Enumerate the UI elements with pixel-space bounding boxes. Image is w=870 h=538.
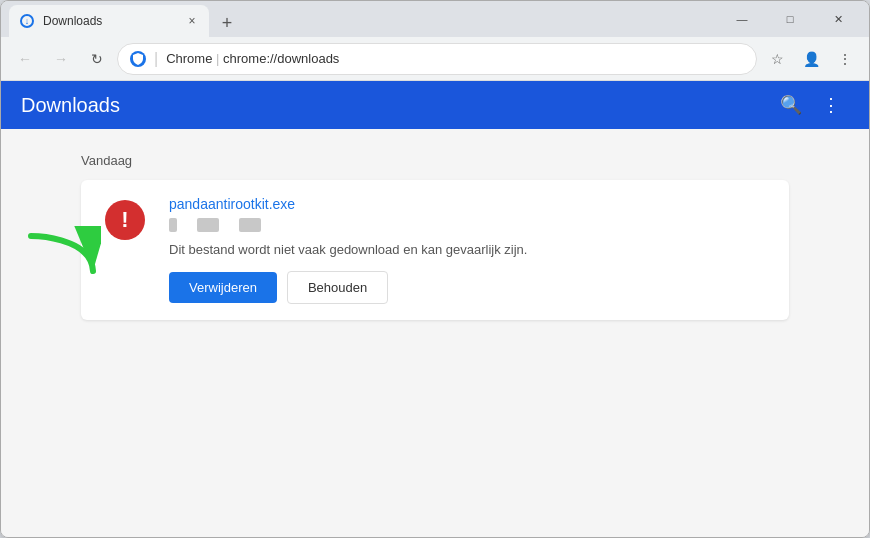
- new-tab-button[interactable]: +: [213, 9, 241, 37]
- chrome-menu-button[interactable]: ⋮: [829, 43, 861, 75]
- title-bar: Downloads × + — □ ✕: [1, 1, 869, 37]
- tabs-area: Downloads × +: [9, 1, 711, 37]
- download-warning-icon-area: !: [101, 196, 149, 244]
- meta-block-2: [197, 218, 219, 232]
- address-bar[interactable]: | Chrome | chrome://downloads: [117, 43, 757, 75]
- maximize-button[interactable]: □: [767, 1, 813, 37]
- account-button[interactable]: 👤: [795, 43, 827, 75]
- tab-title: Downloads: [43, 14, 175, 28]
- address-origin: Chrome | chrome://downloads: [166, 51, 744, 66]
- tab-close-button[interactable]: ×: [183, 12, 201, 30]
- download-filename[interactable]: pandaantirootkit.exe: [169, 196, 769, 212]
- download-meta: [169, 218, 769, 232]
- meta-block-1: [169, 218, 177, 232]
- back-button[interactable]: ←: [9, 43, 41, 75]
- refresh-button[interactable]: ↻: [81, 43, 113, 75]
- nav-right-actions: ☆ 👤 ⋮: [761, 43, 861, 75]
- page-header-actions: 🔍 ⋮: [773, 87, 849, 123]
- window-controls: — □ ✕: [719, 1, 861, 37]
- close-button[interactable]: ✕: [815, 1, 861, 37]
- section-today-label: Vandaag: [81, 153, 789, 168]
- page-title: Downloads: [21, 94, 120, 117]
- keep-button[interactable]: Behouden: [287, 271, 388, 304]
- page-menu-button[interactable]: ⋮: [813, 87, 849, 123]
- search-button[interactable]: 🔍: [773, 87, 809, 123]
- download-card: ! pandaantirootkit.exe Dit bestand wordt…: [81, 180, 789, 320]
- remove-button[interactable]: Verwijderen: [169, 272, 277, 303]
- browser-window: Downloads × + — □ ✕ ← → ↻ | Chrome |: [0, 0, 870, 538]
- bookmark-button[interactable]: ☆: [761, 43, 793, 75]
- address-separator: |: [154, 50, 158, 68]
- security-icon: [130, 51, 146, 67]
- nav-bar: ← → ↻ | Chrome | chrome://downloads ☆ 👤 …: [1, 37, 869, 81]
- warning-icon: !: [105, 200, 145, 240]
- download-warning-text: Dit bestand wordt niet vaak gedownload e…: [169, 242, 769, 257]
- download-info: pandaantirootkit.exe Dit bestand wordt n…: [169, 196, 769, 304]
- tab-favicon: [19, 13, 35, 29]
- minimize-button[interactable]: —: [719, 1, 765, 37]
- page-header: Downloads 🔍 ⋮: [1, 81, 869, 129]
- green-arrow: [21, 226, 101, 290]
- download-actions: Verwijderen Behouden: [169, 271, 769, 304]
- page-content: Vandaag ! pandaantirootkit.exe: [1, 129, 869, 537]
- meta-block-3: [239, 218, 261, 232]
- download-icon: [20, 14, 34, 28]
- forward-button[interactable]: →: [45, 43, 77, 75]
- active-tab[interactable]: Downloads ×: [9, 5, 209, 37]
